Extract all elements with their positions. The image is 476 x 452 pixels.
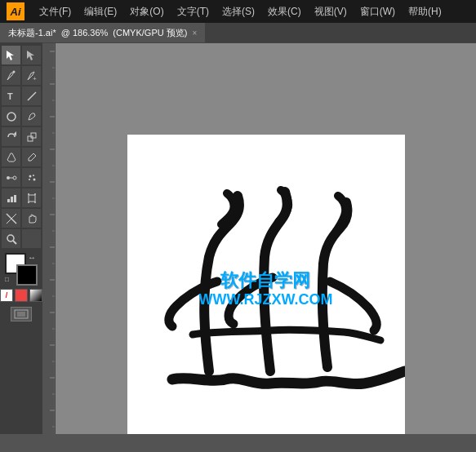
tool-row-nav — [2, 209, 41, 228]
tab-close-button[interactable]: × — [192, 29, 197, 38]
svg-point-10 — [7, 176, 10, 179]
pencil-tool[interactable] — [22, 107, 41, 126]
svg-point-2 — [12, 70, 15, 73]
svg-marker-0 — [7, 51, 14, 60]
direct-selection-tool[interactable] — [22, 46, 41, 64]
slice-tool[interactable] — [2, 209, 20, 228]
column-graph-tool[interactable] — [2, 188, 20, 207]
eyedropper-tool[interactable] — [22, 148, 41, 166]
fill-stroke-area: ↔ □ — [5, 253, 38, 286]
left-toolbar: + T — [0, 42, 42, 434]
svg-text:+: + — [33, 75, 37, 82]
menu-help[interactable]: 帮助(H) — [402, 3, 448, 20]
blend-tool[interactable] — [2, 168, 20, 187]
artboard-tool[interactable] — [22, 188, 41, 207]
menu-object[interactable]: 对象(O) — [123, 3, 170, 20]
menu-type[interactable]: 文字(T) — [171, 3, 216, 20]
svg-point-13 — [29, 175, 31, 177]
ruler-vertical — [42, 43, 56, 434]
svg-rect-9 — [31, 133, 36, 138]
add-anchor-tool[interactable]: + — [22, 66, 41, 85]
canvas-content-row: 软件自学网 WWW.RJZXW.COM — [42, 43, 476, 434]
svg-point-16 — [33, 178, 35, 180]
color-mode-icons: / — [0, 289, 42, 302]
none-color-icon[interactable]: / — [0, 289, 13, 302]
type-tool[interactable]: T — [2, 86, 20, 105]
hand-tool[interactable] — [22, 209, 41, 228]
svg-text:T: T — [7, 91, 13, 101]
main-layout: + T — [0, 42, 476, 434]
scale-tool[interactable] — [22, 127, 41, 146]
empty-slot — [22, 229, 41, 248]
active-tab[interactable]: 未标题-1.ai* @ 186.36% (CMYK/GPU 预览) × — [0, 23, 205, 42]
svg-point-14 — [33, 175, 34, 176]
svg-line-5 — [28, 92, 36, 100]
artwork-svg — [127, 135, 405, 435]
svg-rect-8 — [28, 136, 33, 141]
tab-bar: 未标题-1.ai* @ 186.36% (CMYK/GPU 预览) × — [0, 23, 476, 42]
ai-logo-text: Ai — [11, 6, 21, 18]
symbol-sprayer-tool[interactable] — [22, 168, 41, 187]
menu-window[interactable]: 窗口(W) — [354, 3, 402, 20]
svg-line-28 — [13, 241, 16, 244]
selection-tool[interactable] — [2, 46, 20, 64]
gradient-icon[interactable] — [29, 289, 42, 302]
svg-rect-20 — [29, 195, 35, 202]
menu-effect[interactable]: 效果(C) — [261, 3, 308, 20]
tool-row-shape — [2, 107, 41, 126]
app-icon: Ai — [7, 2, 24, 20]
default-colors-icon[interactable]: □ — [5, 276, 15, 286]
svg-point-27 — [7, 235, 14, 242]
screen-mode-button[interactable] — [11, 307, 32, 321]
svg-marker-1 — [27, 51, 34, 60]
canvas-area: 软件自学网 WWW.RJZXW.COM — [42, 42, 476, 434]
ruler-v-ticks — [42, 43, 56, 434]
menu-view[interactable]: 视图(V) — [308, 3, 354, 20]
stroke-color-box[interactable] — [16, 264, 38, 286]
svg-rect-30 — [17, 312, 25, 317]
pen-tool[interactable] — [2, 66, 20, 85]
svg-point-15 — [29, 179, 30, 180]
zoom-tool[interactable] — [2, 229, 20, 248]
svg-point-11 — [13, 176, 16, 179]
menu-file[interactable]: 文件(F) — [33, 3, 78, 20]
tool-row-graph — [2, 188, 41, 207]
swap-colors-icon[interactable]: ↔ — [28, 253, 38, 263]
svg-rect-17 — [7, 199, 10, 202]
tool-row-pen: + — [2, 66, 41, 85]
svg-rect-19 — [14, 195, 16, 202]
line-tool[interactable] — [22, 86, 41, 105]
menu-bar: 文件(F) 编辑(E) 对象(O) 文字(T) 选择(S) 效果(C) 视图(V… — [33, 0, 469, 23]
artboard: 软件自学网 WWW.RJZXW.COM — [127, 135, 405, 435]
paintbucket-tool[interactable] — [2, 148, 20, 166]
solid-color-icon[interactable] — [15, 289, 28, 302]
menu-select[interactable]: 选择(S) — [216, 3, 261, 20]
menu-edit[interactable]: 编辑(E) — [78, 3, 123, 20]
title-bar: Ai 文件(F) 编辑(E) 对象(O) 文字(T) 选择(S) 效果(C) 视… — [0, 0, 476, 23]
tab-zoom: @ 186.36% — [61, 28, 109, 38]
ellipse-tool[interactable] — [2, 107, 20, 126]
rotate-tool[interactable] — [2, 127, 20, 146]
tool-row-blend — [2, 168, 41, 187]
svg-rect-18 — [11, 197, 13, 202]
tool-row-transform — [2, 127, 41, 146]
tool-row-zoom — [2, 229, 41, 248]
tool-row-fill — [2, 148, 41, 166]
svg-point-6 — [7, 113, 16, 121]
tab-colormode: (CMYK/GPU 预览) — [113, 27, 187, 39]
tool-row-selection — [2, 46, 41, 64]
tab-filename: 未标题-1.ai* — [8, 27, 56, 39]
canvas-viewport[interactable]: 软件自学网 WWW.RJZXW.COM — [56, 43, 476, 434]
tool-row-type: T — [2, 86, 41, 105]
